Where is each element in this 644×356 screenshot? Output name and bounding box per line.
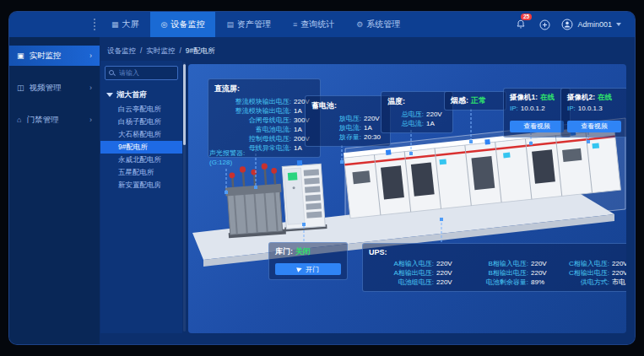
ip-value: 10.0.1.2 (521, 104, 545, 113)
ip-value: 10.0.1.3 (578, 104, 603, 113)
ip-label: IP: (510, 104, 518, 113)
nav-item-label: 大屏 (122, 19, 139, 30)
sidebar: ▣ 实时监控 › ◫ 视频管理 › ⌂ 门禁管理 › (9, 37, 100, 344)
tree-item[interactable]: 新安置配电房 (100, 179, 182, 191)
breadcrumb-separator: / (140, 46, 142, 57)
sidebar-item-access-mgmt[interactable]: ⌂ 门禁管理 › (9, 110, 100, 130)
metric-value: 220V (531, 268, 551, 278)
smoke-sensor-card: 烟感:正常 (444, 91, 506, 111)
metric-value: 220V (612, 268, 626, 278)
tree-item[interactable]: 白杨子配电所 (100, 116, 182, 128)
breadcrumb-item[interactable]: 设备监控 (107, 46, 136, 57)
nav-item-assets[interactable]: ▤ 资产管理 (215, 12, 282, 37)
nav-item-system[interactable]: ⚙ 系统管理 (345, 12, 411, 37)
camera-status: 在线 (598, 93, 618, 102)
nav-item-device-monitor[interactable]: ◎ 设备监控 (150, 12, 216, 37)
metric-label: 整流模块输出电压: (214, 97, 291, 106)
nav-item-label: 查询统计 (300, 19, 334, 30)
metric-label: 电池剩余容量: (460, 278, 528, 287)
sidebar-item-label: 门禁管理 (26, 115, 58, 126)
open-door-label: 开门 (306, 265, 319, 274)
tree-item[interactable]: 大石桥配电所 (100, 128, 182, 141)
door-label: 库门: (275, 247, 293, 256)
metric-label: 总电压: (387, 110, 424, 119)
metric-value: 220V (531, 259, 551, 268)
card-title: 温度: (387, 96, 446, 107)
tree-root-label: 湖大首府 (116, 89, 147, 100)
dc-panel-card: 直流屏: 整流模块输出电压:220V 整流模块输出电流:1A 合闸母线电压:30… (208, 78, 321, 158)
metric-label: 合闸母线电压: (214, 116, 291, 125)
metric-label: 放存量: (311, 132, 361, 142)
app-window: ▦ 大屏 ◎ 设备监控 ▤ 资产管理 ≡ 查询统计 ⚙ 系统管理 25 (8, 11, 636, 345)
tree-item[interactable]: 永威北配电所 (100, 154, 182, 166)
door-open-icon (296, 266, 303, 272)
stats-icon: ≡ (293, 20, 297, 29)
metric-value: 220V (436, 259, 457, 268)
open-door-button[interactable]: 开门 (275, 263, 341, 275)
metric-label: 电池组电压: (369, 278, 434, 287)
video-icon: ◫ (17, 84, 24, 92)
metric-value: 89% (531, 278, 551, 287)
nav-item-bigscreen[interactable]: ▦ 大屏 (100, 12, 150, 37)
camera2-card: 摄像机2:在线 IP:10.0.1.3 查看视频 (560, 88, 626, 138)
screen-icon: ▦ (111, 20, 119, 29)
metric-label: 放电压: (311, 114, 361, 123)
breadcrumb-item[interactable]: 实时监控 (146, 46, 175, 57)
tree-item-selected[interactable]: 9#配电所 (100, 141, 182, 154)
user-menu[interactable]: Admin001 (561, 19, 621, 30)
alarm-value: (G:128) (209, 158, 245, 167)
notification-bell-icon[interactable]: 25 (514, 18, 528, 31)
search-icon (109, 70, 115, 76)
nav-drag-handle-icon (94, 19, 95, 30)
card-title: 蓄电池: (311, 100, 384, 111)
top-nav: ▦ 大屏 ◎ 设备监控 ▤ 资产管理 ≡ 查询统计 ⚙ 系统管理 25 (9, 12, 635, 37)
view-video-button[interactable]: 查看视频 (567, 121, 621, 132)
breadcrumb-current: 9#配电所 (186, 46, 215, 57)
scrollbar-thumb[interactable] (183, 64, 186, 145)
nav-item-label: 设备监控 (170, 19, 204, 30)
metric-label: B相输入电压: (460, 259, 528, 268)
view-video-button[interactable]: 查看视频 (510, 121, 564, 132)
metric-value: 1A (426, 119, 446, 128)
tree-search (105, 66, 178, 80)
gear-icon: ⚙ (356, 20, 363, 29)
nav-right-cluster: 25 Admin001 (514, 18, 635, 31)
door-status: 关闭 (295, 247, 316, 256)
monitor-screen-icon: ▣ (17, 51, 24, 60)
metric-label: 供电方式: (555, 278, 609, 287)
metric-label: A相输入电压: (369, 259, 434, 268)
metric-label: 蓄电池电流: (214, 125, 291, 134)
metric-value: 220V (436, 278, 457, 287)
metric-label: A相输出电压: (369, 268, 434, 278)
tree-item[interactable]: 白云亭配电所 (100, 103, 182, 116)
metric-label: C相输出电压: (555, 268, 609, 278)
metric-value: 220V (426, 110, 446, 119)
ip-label: IP: (567, 104, 576, 113)
sidebar-item-label: 实时监控 (30, 51, 62, 62)
sidebar-item-label: 视频管理 (30, 83, 62, 94)
sidebar-item-video-mgmt[interactable]: ◫ 视频管理 › (9, 78, 100, 98)
chevron-right-icon: › (89, 116, 92, 124)
nav-item-query-stats[interactable]: ≡ 查询统计 (282, 12, 345, 37)
sidebar-item-realtime-monitor[interactable]: ▣ 实时监控 › (9, 46, 100, 66)
nav-item-label: 资产管理 (237, 19, 271, 30)
monitor-icon: ◎ (161, 20, 168, 29)
metric-label: 总电流: (387, 119, 424, 128)
card-title: 直流屏: (214, 84, 314, 94)
avatar (561, 19, 573, 30)
fullscreen-icon[interactable] (538, 18, 551, 31)
tree-root-node[interactable]: 湖大首府 (100, 87, 182, 103)
camera-label: 摄像机2: (567, 93, 595, 102)
metric-value: 20:30 (364, 132, 384, 142)
caret-down-icon (106, 93, 113, 97)
tree-item[interactable]: 五星配电所 (100, 166, 182, 179)
sensor-status: 正常 (471, 96, 491, 105)
battery-card: 蓄电池: 放电压:220V 放电流:1A 放存量:20:30 (305, 95, 391, 147)
notification-badge: 25 (521, 13, 531, 20)
nav-item-label: 系统管理 (366, 19, 400, 30)
meter-card: 温度: 总电压:220V 总电流:1A (381, 91, 453, 133)
search-input[interactable] (117, 68, 174, 78)
breadcrumb-separator: / (179, 46, 181, 57)
metric-label: 放电流: (311, 123, 361, 132)
metric-value: 220V (436, 268, 457, 278)
